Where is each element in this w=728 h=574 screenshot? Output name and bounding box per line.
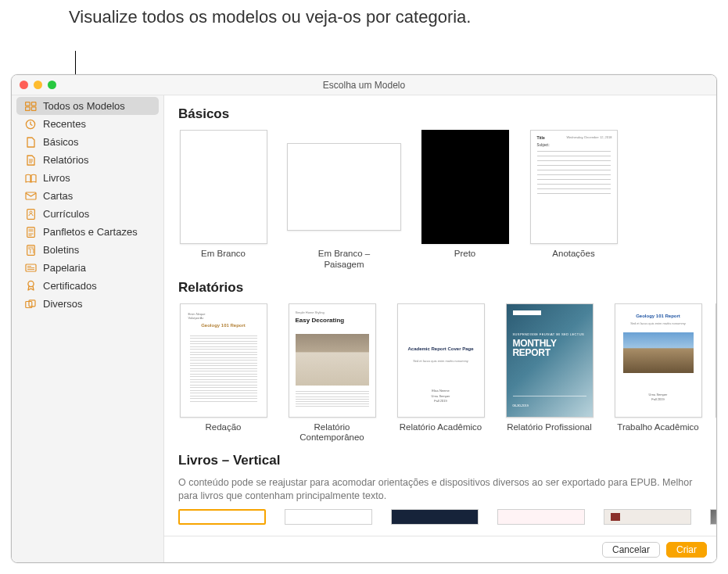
- svg-rect-9: [28, 228, 33, 231]
- template-label: Em Branco: [178, 249, 271, 260]
- thumb-text: SUSPENDISSE FEUGIAT MI SED LECTUS: [513, 332, 585, 336]
- sidebar-item-misc[interactable]: Diversos: [16, 295, 159, 313]
- basics-row: Em Branco Em Branco – Paisagem Preto Tit…: [178, 130, 716, 271]
- sidebar-item-resumes[interactable]: Currículos: [16, 205, 159, 223]
- svg-rect-2: [25, 106, 30, 110]
- template-chooser-window: Escolha um Modelo Todos os Modelos Recen…: [11, 74, 717, 563]
- template-book-1[interactable]: [178, 509, 266, 525]
- sidebar-item-newsletters[interactable]: Boletins: [16, 241, 159, 259]
- thumb-text: Geology 101 Report: [615, 314, 701, 318]
- template-label: Redação: [178, 422, 271, 433]
- columns-icon: [24, 245, 37, 256]
- sidebar-item-flyers[interactable]: Panfletos e Cartazes: [16, 223, 159, 241]
- svg-rect-0: [25, 102, 30, 106]
- template-thumb: Title Wednesday, December 12, 2018 Subje…: [530, 130, 618, 244]
- thumb-text: Academic Report Cover Page: [398, 346, 484, 351]
- template-thumb: [421, 130, 509, 244]
- badge-icon: [24, 281, 37, 292]
- template-label: Relatório Contemporâneo: [285, 422, 379, 444]
- thumb-text: Easy Decorating: [296, 317, 345, 324]
- doc-text-icon: [24, 155, 37, 166]
- diverse-icon: [24, 299, 37, 310]
- section-subtitle-books: O conteúdo pode se reajustar para acomod…: [178, 476, 701, 503]
- reports-row: Enim NequeVolutpat Ac Geology 101 Report…: [178, 303, 716, 444]
- titlebar: Escolha um Modelo: [12, 75, 716, 95]
- sidebar-item-label: Boletins: [43, 244, 79, 256]
- section-title-books: Livros – Vertical: [178, 453, 716, 468]
- template-contemporary[interactable]: Simple Home Styling Easy Decorating Rela…: [287, 303, 377, 444]
- template-book-3[interactable]: [391, 509, 479, 525]
- template-thumb: [287, 143, 401, 231]
- template-thumb: Geology 101 Report Sed et lacus quis eni…: [615, 303, 702, 418]
- sidebar-item-label: Papelaria: [43, 262, 86, 274]
- minimize-icon[interactable]: [34, 81, 42, 89]
- close-icon[interactable]: [20, 81, 28, 89]
- svg-point-12: [27, 281, 33, 286]
- doc-icon: [24, 137, 37, 148]
- thumb-text: Geology 101 Report: [181, 323, 267, 328]
- sidebar-item-label: Recentes: [43, 118, 86, 130]
- template-professional[interactable]: SUSPENDISSE FEUGIAT MI SED LECTUS MONTHL…: [504, 303, 594, 444]
- sidebar-item-label: Certificados: [43, 280, 97, 292]
- footer: Cancelar Criar: [164, 536, 716, 562]
- svg-rect-1: [31, 102, 36, 106]
- person-icon: [24, 209, 37, 220]
- sidebar-item-certificates[interactable]: Certificados: [16, 277, 159, 295]
- thumb-text: Simple Home Styling: [296, 310, 325, 314]
- template-essay[interactable]: Enim NequeVolutpat Ac Geology 101 Report…: [178, 303, 268, 444]
- template-thumb: SUSPENDISSE FEUGIAT MI SED LECTUS MONTHL…: [506, 303, 594, 418]
- clock-icon: [24, 119, 37, 130]
- template-academic[interactable]: Academic Report Cover Page Sed et lacus …: [396, 303, 486, 444]
- template-thumb: Enim NequeVolutpat Ac Geology 101 Report: [180, 303, 267, 418]
- book-icon: [24, 173, 37, 184]
- template-book-6[interactable]: [710, 509, 716, 525]
- template-termpaper[interactable]: Geology 101 Report Sed et lacus quis eni…: [613, 303, 703, 444]
- cancel-button[interactable]: Cancelar: [602, 542, 660, 558]
- stationery-icon: [24, 263, 37, 274]
- sidebar-item-label: Todos os Modelos: [43, 100, 125, 112]
- template-blank-landscape[interactable]: Em Branco – Paisagem: [287, 130, 401, 271]
- template-label: Relatório Acadêmico: [394, 422, 488, 433]
- grid-icon: [24, 101, 37, 112]
- thumb-text: Title: [537, 135, 545, 140]
- fullscreen-icon[interactable]: [48, 81, 56, 89]
- envelope-icon: [24, 191, 37, 202]
- sidebar-item-label: Básicos: [43, 136, 79, 148]
- svg-rect-3: [31, 106, 36, 110]
- template-label: Relatório Profissional: [503, 422, 597, 433]
- template-thumb: Academic Report Cover Page Sed et lacus …: [397, 303, 485, 418]
- sidebar-item-all-templates[interactable]: Todos os Modelos: [16, 97, 159, 115]
- sidebar-item-stationery[interactable]: Papelaria: [16, 259, 159, 277]
- section-title-basics: Básicos: [178, 106, 716, 122]
- thumb-text: Wednesday, December 12, 2018: [566, 135, 611, 139]
- template-blank[interactable]: Em Branco: [178, 130, 268, 271]
- template-label: Preto: [418, 249, 512, 260]
- thumb-text: Sed et lacus quis enim mattis nonummy: [398, 359, 484, 363]
- sidebar-item-label: Relatórios: [43, 154, 89, 166]
- template-thumb: [180, 130, 267, 244]
- create-button[interactable]: Criar: [666, 542, 707, 558]
- main-panel: Básicos Em Branco Em Branco – Paisagem P…: [164, 95, 716, 562]
- books-row: [178, 509, 716, 525]
- sidebar-item-recents[interactable]: Recentes: [16, 115, 159, 133]
- sidebar-item-books[interactable]: Livros: [16, 169, 159, 187]
- template-notes[interactable]: Title Wednesday, December 12, 2018 Subje…: [529, 130, 619, 271]
- window-title: Escolha um Modelo: [12, 80, 716, 91]
- template-book-4[interactable]: [497, 509, 585, 525]
- template-thumb: Simple Home Styling Easy Decorating: [289, 303, 376, 418]
- template-label: Em Branco – Paisagem: [297, 249, 391, 271]
- sidebar-item-reports[interactable]: Relatórios: [16, 151, 159, 169]
- template-black[interactable]: Preto: [420, 130, 510, 271]
- template-book-5[interactable]: [604, 509, 691, 525]
- window-controls: [12, 81, 56, 89]
- sidebar-item-label: Currículos: [43, 208, 89, 220]
- sidebar-item-basics[interactable]: Básicos: [16, 133, 159, 151]
- svg-point-7: [30, 211, 32, 213]
- section-title-reports: Relatórios: [178, 280, 716, 296]
- template-peek[interactable]: [715, 303, 716, 418]
- template-label: Trabalho Acadêmico: [611, 422, 705, 433]
- thumb-text: Subject:: [537, 143, 550, 147]
- template-book-2[interactable]: [285, 509, 372, 525]
- template-scroll-area[interactable]: Básicos Em Branco Em Branco – Paisagem P…: [164, 95, 716, 536]
- sidebar-item-letters[interactable]: Cartas: [16, 187, 159, 205]
